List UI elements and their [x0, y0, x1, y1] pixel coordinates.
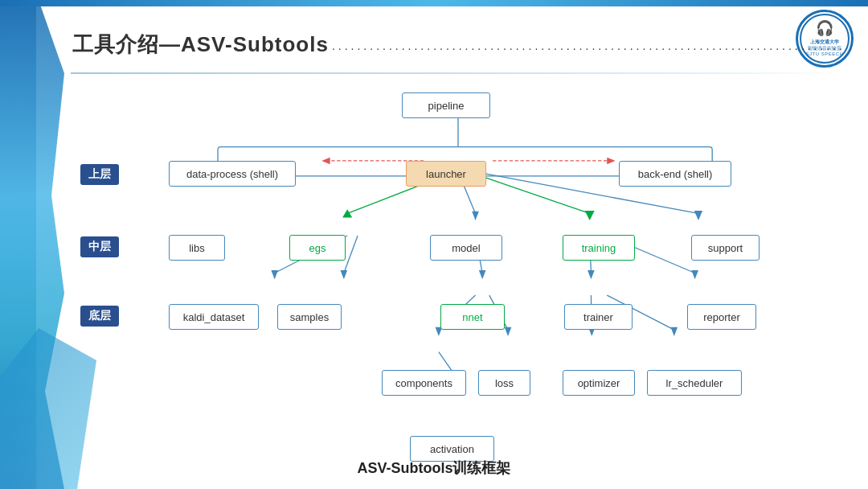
node-launcher: launcher — [406, 161, 486, 187]
top-accent-bar — [0, 0, 868, 6]
bottom-caption: ASV-Subtools训练框架 — [0, 458, 868, 478]
line-launcher-training — [469, 172, 590, 214]
node-egs: egs — [289, 235, 346, 261]
node-lr-scheduler: lr_scheduler — [647, 370, 742, 396]
node-pipeline: pipeline — [402, 92, 490, 118]
arrow-trainer — [588, 270, 595, 279]
arrow-support — [694, 211, 702, 220]
arrow-right — [607, 158, 615, 165]
layer-label-bot: 底层 — [80, 306, 119, 327]
node-training: training — [563, 235, 635, 261]
arrow-model — [472, 212, 479, 220]
node-loss: loss — [478, 370, 530, 396]
arrow-nnet — [479, 270, 486, 279]
node-back-end: back-end (shell) — [619, 161, 731, 187]
line-egs-samples — [344, 236, 358, 273]
page-title: 工具介绍—ASV-Subtools.......................… — [72, 31, 845, 59]
arrow-kaldi — [271, 270, 278, 279]
node-samples: samples — [277, 304, 342, 330]
node-support: support — [691, 235, 760, 261]
arrow-loss — [505, 327, 512, 336]
arrow-egs — [342, 209, 352, 217]
arrow-lrscheduler — [670, 327, 678, 336]
title-divider — [71, 72, 844, 74]
node-reporter: reporter — [687, 304, 756, 330]
arrow-training — [585, 211, 595, 220]
layer-label-top: 上层 — [80, 164, 119, 185]
node-data-process: data-process (shell) — [169, 161, 296, 187]
title-text: 工具介绍—ASV-Subtools — [72, 32, 329, 56]
layer-label-mid: 中层 — [80, 236, 119, 257]
node-trainer: trainer — [564, 304, 633, 330]
node-optimizer: optimizer — [563, 370, 635, 396]
arrow-reporter — [691, 270, 698, 279]
node-model: model — [430, 235, 502, 261]
arrow-samples — [341, 270, 348, 279]
diagram-area: 上层 中层 底层 pipeline data-process (shell) l… — [72, 80, 844, 441]
node-components: components — [382, 370, 466, 396]
node-kaldi: kaldi_dataset — [169, 304, 259, 330]
arrow-left — [321, 158, 330, 165]
node-nnet: nnet — [440, 304, 505, 330]
node-libs: libs — [169, 235, 225, 261]
title-dots: ........................................… — [332, 39, 845, 52]
